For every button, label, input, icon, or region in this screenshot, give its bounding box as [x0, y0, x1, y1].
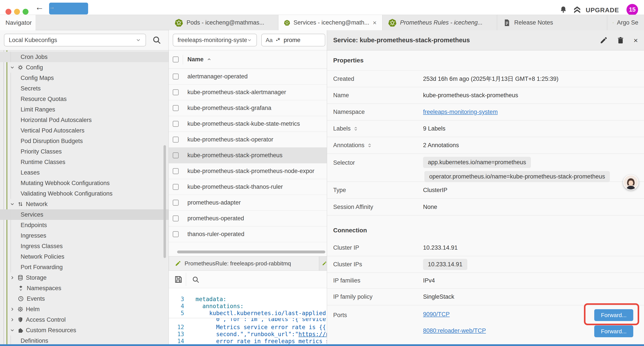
row-checkbox[interactable]: [173, 152, 179, 158]
kubernetes-icon: [388, 19, 396, 27]
sidebar-item-definitions[interactable]: Definitions: [0, 336, 168, 344]
row-checkbox[interactable]: [173, 137, 179, 143]
row-checkbox[interactable]: [173, 121, 179, 127]
editor-tab-prometheusrule[interactable]: PrometheusRule: freeleaps-prod-rabbitmq: [169, 256, 319, 271]
sidebar-item-access-control[interactable]: Access Control: [0, 315, 168, 325]
save-icon[interactable]: [174, 275, 183, 284]
yaml-editor[interactable]: 3metadata: 4 annotations: 5 kubectl.kube…: [169, 288, 327, 344]
match-case-icon[interactable]: Aa: [266, 37, 273, 43]
sidebar-item-ingress-classes[interactable]: Ingress Classes: [0, 241, 168, 251]
sidebar-item-port-forwarding[interactable]: Port Forwarding: [0, 262, 168, 272]
navigator-panel-tab[interactable]: Navigator: [0, 15, 36, 30]
forward-arrow-icon[interactable]: →: [49, 3, 88, 14]
row-checkbox[interactable]: [173, 231, 179, 237]
sidebar-item-priority-classes[interactable]: Priority Classes: [0, 146, 168, 157]
property-value[interactable]: 2 Annotations: [423, 142, 459, 149]
notification-count-badge[interactable]: 15: [626, 4, 638, 15]
port-link-9090[interactable]: 9090/TCP: [423, 311, 450, 318]
namespace-link[interactable]: freeleaps-monitoring-system: [423, 109, 498, 115]
selector-chip[interactable]: app.kubernetes.io/name=prometheus: [423, 157, 531, 168]
tab-close-icon[interactable]: ×: [373, 19, 376, 26]
sidebar-item-config-maps[interactable]: Config Maps: [0, 73, 168, 83]
table-row[interactable]: alertmanager-operated: [169, 69, 327, 84]
row-checkbox[interactable]: [173, 216, 179, 221]
table-row[interactable]: kube-prometheus-stack-alertmanager: [169, 84, 327, 100]
tab-pods[interactable]: Pods - icecheng@mathmas...: [169, 15, 278, 30]
sidebar-item-ingresses[interactable]: Ingresses: [0, 230, 168, 241]
sidebar-item-events[interactable]: Events: [0, 294, 168, 304]
notifications-bell-icon[interactable]: [560, 6, 567, 13]
expand-collapse-icon[interactable]: [367, 143, 372, 148]
sidebar-item-validating-webhook-configurations[interactable]: Validating Webhook Configurations: [0, 188, 168, 199]
table-row[interactable]: prometheus-adapter: [169, 195, 327, 211]
sidebar-item-resource-quotas[interactable]: Resource Quotas: [0, 94, 168, 104]
tab-argo[interactable]: Argo Se: [607, 15, 644, 30]
row-checkbox[interactable]: [173, 168, 179, 174]
sidebar-item-leases[interactable]: Leases: [0, 167, 168, 178]
traffic-light-minimize[interactable]: [14, 9, 20, 15]
port-link-8080[interactable]: 8080:reloader-web/TCP: [423, 327, 486, 334]
sidebar-item-helm[interactable]: Helm: [0, 304, 168, 315]
selector-chip[interactable]: operator.prometheus.io/name=kube-prometh…: [424, 171, 610, 182]
sidebar-item-cron-jobs[interactable]: Cron Jobs: [0, 52, 168, 62]
navigator-scrollbar[interactable]: [164, 145, 166, 258]
sidebar-item-namespaces[interactable]: Namespaces: [0, 283, 168, 294]
tab-prometheus-rules[interactable]: Prometheus Rules - icecheng...: [382, 15, 497, 30]
sidebar-item-storage[interactable]: Storage: [0, 272, 168, 283]
sidebar-item-vertical-pod-autoscalers[interactable]: Vertical Pod Autoscalers: [0, 125, 168, 136]
name-column-header[interactable]: Name: [188, 56, 204, 63]
table-row[interactable]: kube-prometheus-stack-kube-state-metrics: [169, 116, 327, 132]
cluster-ip-chip[interactable]: 10.233.14.91: [423, 259, 467, 270]
editor-search-icon[interactable]: [192, 276, 200, 284]
upgrade-label[interactable]: UPGRADE: [586, 6, 619, 14]
namespace-select[interactable]: freeleaps-monitoring-system: [173, 34, 257, 46]
row-checkbox[interactable]: [173, 89, 179, 95]
regex-icon[interactable]: ▪*: [276, 36, 280, 44]
sidebar-item-pod-disruption-budgets[interactable]: Pod Disruption Budgets: [0, 136, 168, 146]
sidebar-item-custom-resources[interactable]: Custom Resources: [0, 325, 168, 336]
sidebar-item-config[interactable]: Config: [0, 62, 168, 73]
horizontal-scrollbar[interactable]: [177, 251, 325, 253]
tab-services[interactable]: Services - icecheng@math... ×: [278, 15, 382, 30]
row-checkbox[interactable]: [173, 105, 179, 111]
sidebar-item-network-policies[interactable]: Network Policies: [0, 251, 168, 262]
sidebar-item-secrets[interactable]: Secrets: [0, 83, 168, 94]
row-checkbox[interactable]: [173, 74, 179, 79]
table-row[interactable]: kube-prometheus-stack-prometheus-node-ex…: [169, 163, 327, 179]
table-row[interactable]: thanos-ruler-operated: [169, 226, 327, 242]
back-arrow-icon[interactable]: ←: [35, 3, 44, 11]
sidebar-item-network[interactable]: Network: [0, 199, 168, 209]
forward-button-8080[interactable]: Forward...: [594, 326, 633, 337]
close-icon[interactable]: ×: [634, 36, 638, 44]
expand-collapse-icon[interactable]: [353, 126, 358, 131]
list-search-input[interactable]: Aa ▪* prome: [261, 34, 325, 46]
sidebar-item-endpoints[interactable]: Endpoints: [0, 220, 168, 230]
traffic-light-close[interactable]: [6, 9, 12, 15]
kubeconfig-select[interactable]: Local Kubeconfigs: [4, 34, 146, 46]
sidebar-item-limit-ranges[interactable]: Limit Ranges: [0, 104, 168, 115]
row-checkbox[interactable]: [173, 184, 179, 190]
table-row[interactable]: kube-prometheus-stack-operator: [169, 132, 327, 148]
table-row-selected[interactable]: kube-prometheus-stack-prometheus: [169, 148, 327, 163]
table-row[interactable]: prometheus-operated: [169, 211, 327, 226]
sidebar-item-services[interactable]: Services: [0, 209, 168, 220]
sort-ascending-icon[interactable]: [207, 57, 212, 62]
property-value[interactable]: 9 Labels: [423, 125, 446, 132]
tab-release-notes[interactable]: Release Notes: [497, 15, 607, 30]
select-all-checkbox[interactable]: [173, 56, 179, 62]
edit-pencil-icon[interactable]: [600, 36, 608, 44]
navigator-search-icon[interactable]: [152, 35, 161, 45]
avatar[interactable]: [623, 175, 638, 190]
row-checkbox[interactable]: [173, 200, 179, 206]
upgrade-chevrons-icon[interactable]: [572, 5, 582, 14]
table-row[interactable]: kube-prometheus-stack-grafana: [169, 100, 327, 116]
runbook-url-link[interactable]: https://net: [298, 331, 327, 338]
editor-tab-next[interactable]: [319, 256, 327, 271]
sidebar-item-label: Priority Classes: [20, 148, 62, 155]
sidebar-item-mutating-webhook-configurations[interactable]: Mutating Webhook Configurations: [0, 178, 168, 188]
delete-trash-icon[interactable]: [617, 36, 624, 44]
table-row[interactable]: kube-prometheus-stack-thanos-ruler: [169, 179, 327, 195]
sidebar-item-horizontal-pod-autoscalers[interactable]: Horizontal Pod Autoscalers: [0, 115, 168, 125]
sidebar-item-runtime-classes[interactable]: Runtime Classes: [0, 157, 168, 167]
traffic-light-zoom[interactable]: [22, 9, 28, 15]
